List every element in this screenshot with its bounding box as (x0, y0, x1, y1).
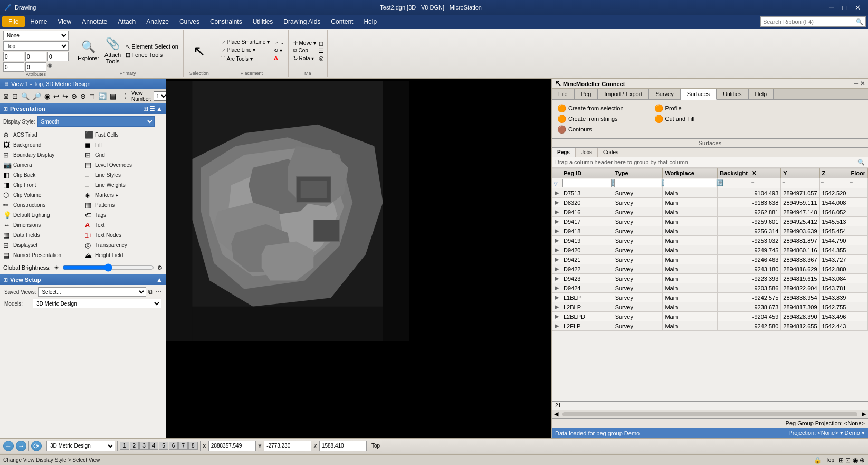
filter-y[interactable]: = (781, 178, 819, 188)
item-clip-volume[interactable]: ⬡ Clip Volume (1, 190, 83, 200)
view-tab-3[interactable]: 3 (139, 442, 149, 450)
close-button[interactable]: ✕ (852, 3, 864, 13)
view-icon-2[interactable]: ⊡ (11, 92, 19, 101)
row-expand-cell[interactable]: ▶ (552, 245, 561, 255)
element-selection-button[interactable]: ↖ Element Selection (124, 43, 180, 51)
fence-tools-button[interactable]: ⊞ Fence Tools (124, 51, 180, 59)
mm-tab-utilities[interactable]: Utilities (717, 89, 748, 99)
item-acs-triad[interactable]: ⊕ ACS Triad (1, 130, 83, 140)
cut-and-fill-btn[interactable]: 🟠 Cut and Fill (652, 113, 697, 124)
row-expand-cell[interactable]: ▶ (552, 198, 561, 207)
row-expand-cell[interactable]: ▶ (552, 255, 561, 264)
x-coord-input[interactable] (208, 441, 256, 451)
attr-num-4[interactable] (3, 62, 24, 72)
row-expand-cell[interactable]: ▶ (552, 312, 561, 321)
view-tab-2[interactable]: 2 (130, 442, 139, 450)
item-markers[interactable]: ◈ Markers ▸ (83, 190, 165, 200)
view-tab-6[interactable]: 6 (169, 442, 178, 450)
sub-tab-jobs[interactable]: Jobs (576, 148, 598, 157)
item-text-nodes[interactable]: 1+ Text Nodes (83, 230, 165, 240)
row-expand-cell[interactable]: ▶ (552, 321, 561, 331)
design-model-combo[interactable]: 3D Metric Design (46, 441, 115, 451)
filter-z[interactable]: = (819, 178, 848, 188)
presentation-collapse-btn[interactable]: ▲ (156, 105, 163, 112)
mm-tab-help[interactable]: Help (749, 89, 774, 99)
table-row[interactable]: ▶ L2BLPD Survey Main -9204.459 2894828.3… (552, 312, 868, 321)
create-from-strings-btn[interactable]: 🟠 Create from strings (555, 113, 626, 124)
attach-tools-button[interactable]: 📎 AttachTools (102, 36, 123, 65)
attributes-combo-none[interactable]: None (3, 31, 69, 40)
display-style-more-btn[interactable]: ⋯ (157, 118, 163, 125)
row-expand-cell[interactable]: ▶ (552, 283, 561, 293)
menu-curves[interactable]: Curves (174, 16, 205, 27)
view-icon-12[interactable]: ▤ (109, 92, 117, 101)
table-row[interactable]: ▶ L2FLP Survey Main -9242.580 2894812.65… (552, 321, 868, 331)
menu-drawing-aids[interactable]: Drawing Aids (278, 16, 326, 27)
expand-arrow-icon[interactable]: ▶ (555, 227, 559, 234)
grid-view-btn[interactable]: ⊞ (143, 105, 148, 112)
row-expand-cell[interactable]: ▶ (552, 293, 561, 302)
view-icon-13[interactable]: ⛶ (118, 92, 127, 101)
expand-arrow-icon[interactable]: ▶ (555, 237, 559, 243)
mm-tab-import-export[interactable]: Import / Export (598, 89, 649, 99)
attributes-combo-top[interactable]: Top (3, 41, 69, 51)
view-setup-header[interactable]: ⊞ View Setup ▲ (0, 274, 166, 285)
expand-arrow-icon[interactable]: ▶ (555, 265, 559, 272)
place-line-button[interactable]: ⟋ Place Line ▾ (218, 46, 271, 54)
mm-close-btn[interactable]: ✕ (860, 80, 865, 87)
table-row[interactable]: ▶ D9417 Survey Main -9259.601 2894925.41… (552, 217, 868, 226)
item-background[interactable]: 🖼 Background (1, 140, 83, 150)
view-tab-4[interactable]: 4 (149, 442, 159, 450)
table-row[interactable]: ▶ D7513 Survey Main -9104.493 2894971.05… (552, 188, 868, 198)
arc-tools-button[interactable]: ⌒ Arc Tools ▾ (218, 54, 271, 63)
col-header-type[interactable]: Type (613, 168, 663, 178)
saved-views-copy-icon[interactable]: ⧉ (148, 288, 153, 296)
attr-num-1[interactable] (3, 52, 24, 61)
expand-arrow-icon[interactable]: ▶ (555, 189, 559, 196)
row-expand-cell[interactable]: ▶ (552, 236, 561, 245)
table-row[interactable]: ▶ L1BLP Survey Main -9242.575 2894838.95… (552, 293, 868, 302)
scroll-left-btn[interactable]: ◀ (552, 411, 560, 417)
row-expand-cell[interactable]: ▶ (552, 188, 561, 198)
menu-file[interactable]: File (2, 16, 25, 27)
item-default-lighting[interactable]: 💡 Default Lighting (1, 210, 83, 220)
scroll-right-btn[interactable]: ▶ (860, 411, 868, 417)
table-row[interactable]: ▶ D9424 Survey Main -9203.586 2894822.60… (552, 283, 868, 293)
profile-btn[interactable]: 🟠 Profile (652, 103, 697, 113)
table-row[interactable]: ▶ D9418 Survey Main -9256.314 2894903.63… (552, 226, 868, 236)
view-tab-8[interactable]: 8 (188, 442, 198, 450)
mm-tab-file[interactable]: File (552, 89, 575, 99)
item-line-weights[interactable]: ≡ Line Weights (83, 180, 165, 190)
sub-tab-pegs[interactable]: Pegs (552, 148, 576, 157)
row-expand-cell[interactable]: ▶ (552, 207, 561, 217)
rotate-button[interactable]: ↻ ▾ (272, 47, 285, 54)
filter-peg-id[interactable]: 🔢 (561, 178, 613, 188)
item-named-presentation[interactable]: ▤ Named Presentation (1, 250, 83, 260)
view-icon-8[interactable]: ⊕ (70, 92, 78, 101)
menu-analyze[interactable]: Analyze (141, 16, 174, 27)
pegs-table-wrapper[interactable]: Peg ID Type Workplace Backsight X Y Z Fl… (552, 168, 868, 401)
view-tab-1[interactable]: 1 (120, 442, 129, 450)
models-combo[interactable]: 3D Metric Design (33, 299, 161, 308)
mm-tab-surfaces[interactable]: Surfaces (681, 89, 717, 100)
menu-content[interactable]: Content (326, 16, 358, 27)
item-height-field[interactable]: ⛰ Height Field (83, 250, 165, 260)
item-boundary-display[interactable]: ⊞ Boundary Display (1, 150, 83, 160)
item-transparency[interactable]: ◎ Transparency (83, 240, 165, 250)
rotate-2-button[interactable]: ↻ Rota ▾ (292, 55, 318, 62)
filter-floor[interactable]: = (848, 178, 868, 188)
expand-arrow-icon[interactable]: ▶ (555, 303, 559, 310)
y-coord-input[interactable] (264, 441, 311, 451)
expand-arrow-icon[interactable]: ▶ (555, 294, 559, 300)
item-grid[interactable]: ⊞ Grid (83, 150, 165, 160)
table-row[interactable]: ▶ L2BLP Survey Main -9238.673 2894817.30… (552, 302, 868, 312)
item-clip-front[interactable]: ◨ Clip Front (1, 180, 83, 190)
menu-annotate[interactable]: Annotate (77, 16, 112, 27)
col-header-backsight[interactable]: Backsight (718, 168, 750, 178)
attr-num-2[interactable] (25, 52, 46, 61)
place-smartline-button[interactable]: ⟋ Place SmartLine ▾ (218, 39, 271, 46)
copy-button[interactable]: ⧉ Cop (292, 47, 318, 54)
expand-arrow-icon[interactable]: ▶ (555, 208, 559, 215)
presentation-header[interactable]: ⊞ Presentation ⊞ ☰ ▲ (0, 103, 166, 114)
view-icon-5[interactable]: ◉ (43, 92, 51, 101)
